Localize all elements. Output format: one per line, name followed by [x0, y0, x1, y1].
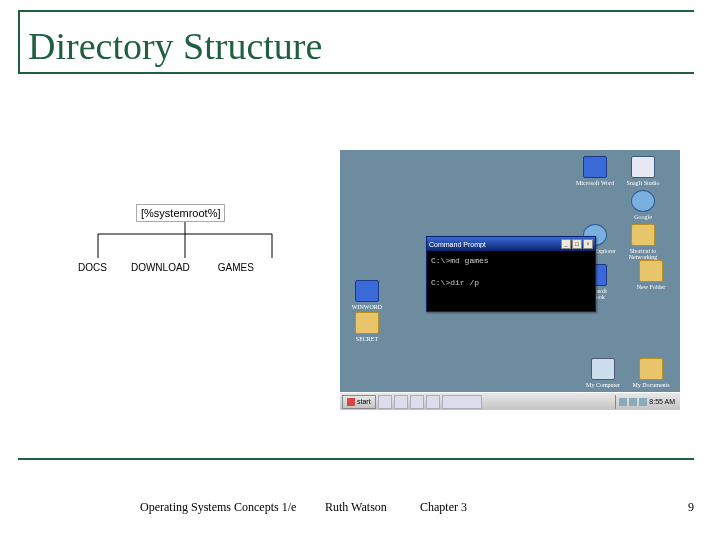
command-prompt-window[interactable]: Command Prompt _ □ × C:\>md games C:\>di… — [426, 236, 596, 312]
tree-root-label: [%systemroot%] — [136, 204, 225, 222]
desktop-icon[interactable]: SnagIt Studio — [622, 156, 664, 186]
desktop-icons-bottom: My Computer My Documents — [582, 358, 672, 388]
close-button[interactable]: × — [583, 239, 593, 249]
folder-icon — [355, 312, 379, 334]
icon-label: Google — [634, 214, 652, 220]
taskbar: start 8:55 AM — [340, 392, 680, 410]
content: [%systemroot%] DOCS DOWNLOAD GAMES Micro… — [40, 150, 680, 410]
folder-icon — [639, 358, 663, 380]
tree-leaf: GAMES — [218, 262, 254, 273]
icon-label: My Computer — [586, 382, 620, 388]
page-number: 9 — [688, 500, 694, 515]
start-label: start — [357, 398, 371, 405]
footer: Operating Systems Concepts 1/e Ruth Wats… — [0, 500, 720, 520]
desktop-icon[interactable]: Shortcut to Networking — [622, 224, 664, 260]
desktop-icon[interactable]: New Folder — [630, 260, 672, 290]
taskbar-button[interactable] — [442, 395, 482, 409]
window-titlebar[interactable]: Command Prompt _ □ × — [427, 237, 595, 251]
icon-label: Shortcut to Networking — [622, 248, 664, 260]
slide-title: Directory Structure — [28, 24, 322, 68]
rule-under-title — [18, 72, 694, 74]
start-button[interactable]: start — [342, 395, 376, 409]
clock: 8:55 AM — [649, 398, 675, 405]
quicklaunch-icon[interactable] — [410, 395, 424, 409]
icon-label: Microsoft Word — [576, 180, 614, 186]
quicklaunch-icon[interactable] — [426, 395, 440, 409]
tree-leaves: DOCS DOWNLOAD GAMES — [78, 262, 254, 273]
rule-top — [18, 10, 694, 12]
rule-vert — [18, 10, 20, 72]
system-tray: 8:55 AM — [615, 395, 678, 409]
desktop-icon[interactable]: Google — [622, 190, 664, 220]
maximize-button[interactable]: □ — [572, 239, 582, 249]
app-icon — [631, 156, 655, 178]
computer-icon — [591, 358, 615, 380]
desktop-icons-left: WINWORD SECRET — [346, 280, 388, 342]
tray-icon[interactable] — [639, 398, 647, 406]
icon-label: My Documents — [632, 382, 669, 388]
desktop-icon[interactable]: SECRET — [346, 312, 388, 342]
desktop-icon[interactable]: My Documents — [630, 358, 672, 388]
rule-bottom — [18, 458, 694, 460]
tree-leaf: DOCS — [78, 262, 107, 273]
slide: Directory Structure [%systemroot%] DOCS … — [0, 0, 720, 540]
icon-label: New Folder — [637, 284, 666, 290]
desktop-icon[interactable]: WINWORD — [346, 280, 388, 310]
folder-icon — [631, 224, 655, 246]
desktop-icon[interactable]: My Computer — [582, 358, 624, 388]
footer-author: Ruth Watson — [325, 500, 387, 515]
tray-icon[interactable] — [619, 398, 627, 406]
minimize-button[interactable]: _ — [561, 239, 571, 249]
word-icon — [583, 156, 607, 178]
console-output[interactable]: C:\>md games C:\>dir /p — [427, 251, 595, 311]
tree-connectors — [80, 222, 290, 262]
windows-desktop: Microsoft Word SnagIt Studio Google Inte… — [340, 150, 680, 410]
quicklaunch-icon[interactable] — [394, 395, 408, 409]
globe-icon — [631, 190, 655, 212]
window-title: Command Prompt — [429, 241, 561, 248]
tray-icon[interactable] — [629, 398, 637, 406]
word-icon — [355, 280, 379, 302]
folder-icon — [639, 260, 663, 282]
directory-tree-diagram: [%systemroot%] DOCS DOWNLOAD GAMES — [40, 150, 340, 410]
window-controls: _ □ × — [561, 239, 593, 249]
icon-label: WINWORD — [352, 304, 382, 310]
footer-chapter: Chapter 3 — [420, 500, 467, 515]
icon-label: SECRET — [356, 336, 378, 342]
footer-book: Operating Systems Concepts 1/e — [140, 500, 296, 515]
desktop-icon[interactable]: Microsoft Word — [574, 156, 616, 186]
icon-label: SnagIt Studio — [627, 180, 660, 186]
tree-leaf: DOWNLOAD — [131, 262, 190, 273]
quicklaunch-icon[interactable] — [378, 395, 392, 409]
